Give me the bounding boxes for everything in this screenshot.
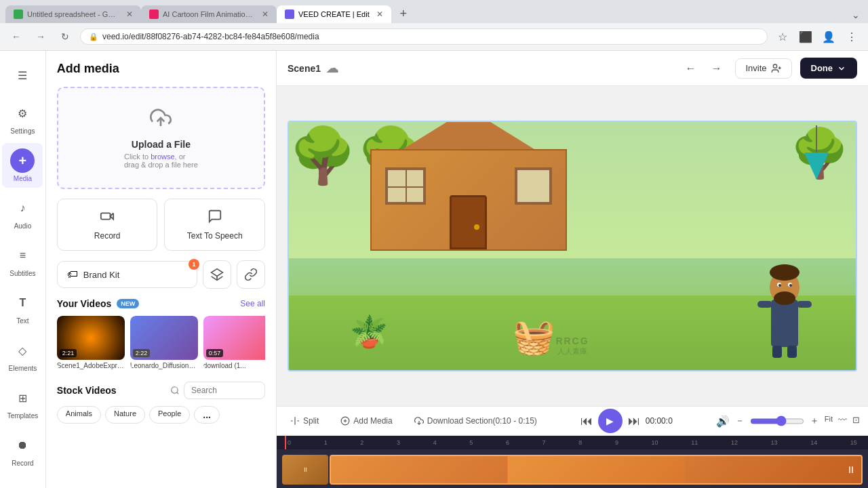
record-button[interactable]: Record (57, 199, 158, 251)
stock-videos-title: Stock Videos (57, 385, 117, 396)
tab-spreadsheet[interactable]: Untitled spreadsheet - Goo... ✕ (5, 5, 141, 23)
undo-button[interactable]: ← (679, 58, 701, 79)
invite-button[interactable]: Invite (735, 58, 791, 79)
tab-close-2[interactable]: ✕ (262, 9, 269, 19)
invite-label: Invite (745, 63, 766, 73)
sidebar-item-media[interactable]: + Media (2, 143, 43, 188)
tts-button[interactable]: Text To Speech (164, 199, 265, 251)
zoom-slider[interactable] (750, 415, 804, 428)
video-thumb-2[interactable]: 2:22 Leonardo_Diffusion_c... (130, 316, 198, 369)
sidebar-item-transitions[interactable]: ⊡ Transitions (2, 475, 43, 488)
back-button[interactable]: ← (7, 27, 26, 46)
sidebar-menu[interactable]: ☰ (2, 58, 43, 93)
filter-tags: Animals Nature People ... (57, 406, 265, 424)
add-media-label: Add Media (353, 416, 392, 426)
video-thumb-3[interactable]: 0:57 download (1... (203, 316, 265, 369)
canvas[interactable]: 🌳🌳 🌳 (288, 121, 857, 371)
split-button[interactable]: Split (285, 413, 324, 429)
svg-rect-18 (787, 346, 797, 358)
tnum-14: 14 (810, 439, 817, 446)
clip-frames (331, 456, 861, 483)
sidebar-nav: ☰ ⚙ Settings + Media ♪ Audio ≡ Subtitles… (0, 51, 46, 488)
video-duration-2: 2:22 (133, 349, 151, 357)
new-tab-button[interactable]: + (394, 4, 413, 23)
cloud-save-icon[interactable]: ☁ (326, 61, 338, 76)
tnum-3: 3 (397, 439, 400, 446)
see-all-link[interactable]: See all (240, 299, 265, 308)
waveform-button[interactable]: 〰 (838, 415, 847, 428)
filter-animals[interactable]: Animals (57, 406, 101, 424)
sidebar-item-templates[interactable]: ⊞ Templates (2, 380, 43, 425)
address-bar[interactable]: 🔒 veed.io/edit/88f08276-ab74-4282-bc84-f… (80, 28, 768, 45)
video-thumb-1[interactable]: 2:21 Scene1_AdobeExpres... (57, 316, 125, 369)
video-name-2: Leonardo_Diffusion_c... (130, 362, 198, 369)
stock-search-input[interactable] (184, 382, 265, 399)
download-section-button[interactable]: Download Section(0:10 - 0:15) (409, 413, 542, 429)
filter-more[interactable]: ... (194, 406, 220, 424)
sidebar-item-audio[interactable]: ♪ Audio (2, 190, 43, 235)
watermark: RRCG 人人素庫 (555, 336, 589, 357)
redo-button[interactable]: → (705, 58, 727, 79)
done-button[interactable]: Done (800, 58, 858, 79)
add-media-button[interactable]: Add Media (335, 413, 397, 429)
top-bar-actions: ← → Invite Done (679, 58, 857, 79)
tnum-0: 0 (288, 439, 291, 446)
canvas-area: 🌳🌳 🌳 (277, 86, 868, 406)
profile-icon[interactable]: 👤 (819, 27, 838, 46)
tab-cartoon[interactable]: AI Cartoon Film Animation - C... ✕ (141, 5, 277, 23)
more-icon[interactable]: ⋮ (842, 27, 861, 46)
chevron-down-icon (837, 64, 846, 73)
refresh-button[interactable]: ↻ (56, 27, 75, 46)
tab-veed[interactable]: VEED CREATE | Edit ✕ (277, 5, 391, 23)
volume-button[interactable]: 🔊 (716, 415, 730, 428)
bookmark-icon[interactable]: ☆ (773, 27, 792, 46)
undo-redo: ← → (679, 58, 727, 79)
timeline-clip-start[interactable]: ⏸ (282, 455, 328, 485)
link-button[interactable] (237, 260, 265, 289)
browser-toolbar: ← → ↻ 🔒 veed.io/edit/88f08276-ab74-4282-… (0, 23, 868, 51)
sidebar-item-settings[interactable]: ⚙ Settings (2, 96, 43, 140)
zoom-out-button[interactable]: － (735, 415, 745, 428)
sidebar-item-text[interactable]: T Text (2, 285, 43, 330)
brand-row: 🏷 Brand Kit 1 (57, 260, 265, 289)
tnum-5: 5 (469, 439, 473, 446)
sidebar-item-elements[interactable]: ◇ Elements (2, 333, 43, 378)
tab-close-3[interactable]: ✕ (376, 9, 383, 19)
video-duration-3: 0:57 (206, 349, 224, 357)
tab-close-1[interactable]: ✕ (126, 9, 133, 19)
svg-rect-1 (101, 213, 111, 219)
upload-area[interactable]: Upload a File Click to browse, ordrag & … (57, 87, 265, 189)
your-videos-title: Your Videos NEW (57, 298, 139, 309)
right-tools: 🔊 － ＋ Fit 〰 ⊡ (716, 415, 860, 428)
your-videos-header: Your Videos NEW See all (57, 298, 265, 309)
filter-nature[interactable]: Nature (105, 406, 145, 424)
browse-link[interactable]: browse (151, 152, 174, 161)
zoom-in-button[interactable]: ＋ (810, 415, 819, 428)
svg-rect-20 (797, 301, 812, 308)
fast-forward-button[interactable]: ⏭ (628, 414, 640, 428)
play-button[interactable]: ▶ (598, 409, 623, 433)
playhead[interactable] (285, 436, 286, 449)
svg-rect-17 (772, 346, 782, 358)
sidebar-item-subtitles[interactable]: ≡ Subtitles (2, 238, 43, 283)
tab-title-1: Untitled spreadsheet - Goo... (27, 10, 119, 18)
tnum-1: 1 (324, 439, 328, 446)
hanging-lamp (804, 125, 829, 180)
sidebar-item-record[interactable]: ⏺ Record (2, 428, 43, 472)
brand-kit-button[interactable]: 🏷 Brand Kit 1 (57, 261, 197, 288)
tab-favicon-3 (285, 9, 294, 19)
filter-people[interactable]: People (149, 406, 190, 424)
lamp-cord (816, 125, 817, 152)
media-options-row: Record Text To Speech (57, 199, 265, 251)
timeline-clip-main[interactable]: ⏸ (330, 455, 863, 485)
add-media-panel: Add media Upload a File Click to browse,… (46, 51, 277, 488)
tab-overflow[interactable]: ⌄ (849, 7, 863, 23)
extensions-icon[interactable]: ⬛ (796, 27, 815, 46)
new-badge: NEW (117, 299, 139, 308)
fullscreen-button[interactable]: ⊡ (852, 415, 860, 428)
svg-point-4 (172, 387, 178, 393)
sidebar-label-subtitles: Subtitles (9, 270, 35, 277)
rewind-button[interactable]: ⏮ (580, 414, 593, 428)
forward-button[interactable]: → (31, 27, 50, 46)
dropbox-button[interactable] (203, 260, 231, 289)
